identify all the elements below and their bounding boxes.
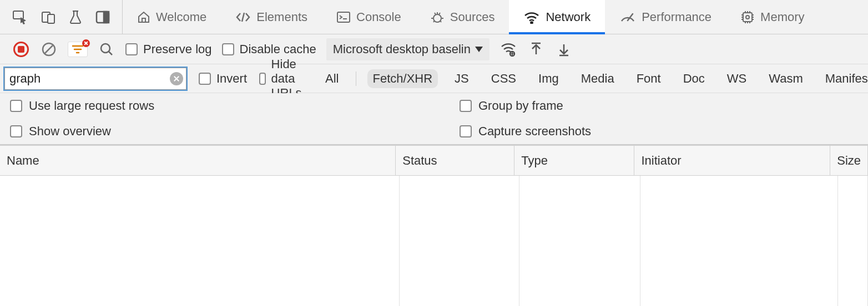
- inspect-icon[interactable]: [12, 10, 28, 24]
- preserve-log-checkbox[interactable]: Preserve log: [125, 42, 212, 57]
- filter-active-badge-icon: [82, 39, 90, 47]
- flask-icon[interactable]: [69, 10, 82, 24]
- bug-icon: [430, 10, 445, 24]
- clear-button[interactable]: [40, 40, 58, 58]
- checkbox-label: Show overview: [29, 124, 111, 139]
- dock-icon[interactable]: [95, 11, 110, 24]
- svg-point-11: [101, 44, 110, 53]
- network-request-table: Name Status Type Initiator Size: [0, 145, 868, 306]
- code-icon: [235, 11, 251, 24]
- svg-rect-8: [743, 13, 752, 22]
- tab-network[interactable]: Network: [509, 0, 605, 34]
- checkbox-label: Invert: [216, 72, 247, 86]
- svg-rect-4: [104, 12, 109, 23]
- svg-point-9: [746, 16, 749, 19]
- capture-screenshots-checkbox[interactable]: Capture screenshots: [450, 119, 868, 144]
- tab-label: Network: [546, 10, 591, 24]
- group-by-frame-checkbox[interactable]: Group by frame: [450, 93, 868, 119]
- tab-label: Elements: [256, 10, 307, 24]
- svg-rect-0: [13, 11, 23, 19]
- show-overview-checkbox[interactable]: Show overview: [0, 119, 450, 144]
- filter-font[interactable]: Font: [631, 69, 667, 88]
- column-header-name[interactable]: Name: [0, 146, 396, 175]
- chip-icon: [740, 10, 755, 24]
- column-header-initiator[interactable]: Initiator: [634, 146, 830, 175]
- checkbox-label: Disable cache: [240, 42, 316, 57]
- svg-point-7: [531, 22, 533, 23]
- large-rows-checkbox[interactable]: Use large request rows: [0, 93, 450, 119]
- filter-input[interactable]: [4, 68, 186, 90]
- column-header-type[interactable]: Type: [514, 146, 634, 175]
- filter-all[interactable]: All: [320, 69, 344, 88]
- filter-css[interactable]: CSS: [486, 69, 522, 88]
- left-tool-icons: [0, 0, 123, 34]
- checkbox-label: Use large request rows: [29, 99, 154, 113]
- svg-rect-5: [337, 12, 350, 22]
- throttling-select[interactable]: Microsoft desktop baselin: [326, 38, 489, 60]
- tab-label: Performance: [642, 10, 711, 24]
- tab-label: Welcome: [156, 10, 206, 24]
- tab-label: Console: [356, 10, 401, 24]
- tab-sources[interactable]: Sources: [416, 0, 509, 34]
- devtools-tabstrip: Welcome Elements Console Sources Network…: [0, 0, 868, 34]
- filter-manifest[interactable]: Manifest: [820, 69, 868, 88]
- filter-toggle-button[interactable]: [68, 42, 88, 57]
- device-toggle-icon[interactable]: [41, 10, 55, 24]
- column-header-status[interactable]: Status: [396, 146, 514, 175]
- export-har-button[interactable]: [527, 40, 545, 58]
- network-conditions-button[interactable]: [499, 40, 517, 58]
- disable-cache-checkbox[interactable]: Disable cache: [222, 42, 316, 57]
- tab-label: Memory: [760, 10, 804, 24]
- tab-label: Sources: [450, 10, 495, 24]
- filter-img[interactable]: Img: [533, 69, 564, 88]
- checkbox-label: Group by frame: [478, 99, 563, 113]
- tab-console[interactable]: Console: [322, 0, 416, 34]
- checkbox-label: Capture screenshots: [478, 124, 591, 139]
- network-toolbar: Preserve log Disable cache Microsoft des…: [0, 34, 868, 64]
- panels-tabs: Welcome Elements Console Sources Network…: [123, 0, 819, 34]
- chevron-down-icon: [475, 47, 483, 52]
- tab-performance[interactable]: Performance: [605, 0, 726, 34]
- filter-js[interactable]: JS: [449, 69, 475, 88]
- home-icon: [137, 11, 150, 24]
- filter-ws[interactable]: WS: [721, 69, 752, 88]
- separator: [356, 72, 356, 86]
- filter-media[interactable]: Media: [576, 69, 620, 88]
- table-body-empty: [0, 176, 868, 306]
- wifi-icon: [523, 11, 540, 24]
- resource-type-filters: All Fetch/XHR JS CSS Img Media Font Doc …: [320, 69, 868, 88]
- filter-wasm[interactable]: Wasm: [763, 69, 809, 88]
- table-header: Name Status Type Initiator Size: [0, 145, 868, 176]
- search-button[interactable]: [98, 40, 115, 58]
- invert-checkbox[interactable]: Invert: [199, 72, 247, 86]
- filter-fetch-xhr[interactable]: Fetch/XHR: [367, 69, 438, 88]
- filter-doc[interactable]: Doc: [678, 69, 710, 88]
- performance-icon: [619, 11, 636, 23]
- column-header-size[interactable]: Size: [830, 146, 868, 175]
- console-icon: [336, 11, 351, 23]
- clear-filter-icon[interactable]: [170, 72, 183, 85]
- svg-rect-2: [48, 14, 54, 23]
- record-button[interactable]: [12, 40, 30, 58]
- network-options: Use large request rows Group by frame Sh…: [0, 93, 868, 145]
- tab-welcome[interactable]: Welcome: [123, 0, 221, 34]
- network-filter-bar: Invert Hide data URLs All Fetch/XHR JS C…: [0, 64, 868, 93]
- tab-elements[interactable]: Elements: [221, 0, 322, 34]
- checkbox-label: Preserve log: [143, 42, 212, 57]
- throttling-label: Microsoft desktop baselin: [333, 42, 471, 57]
- import-har-button[interactable]: [555, 40, 573, 58]
- tab-memory[interactable]: Memory: [726, 0, 819, 34]
